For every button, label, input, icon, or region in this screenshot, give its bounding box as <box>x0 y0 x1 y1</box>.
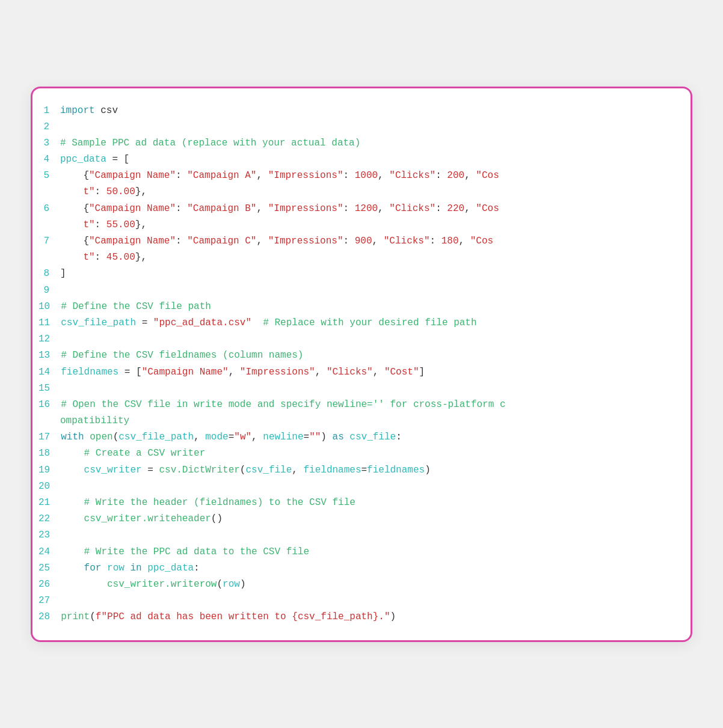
token-plain: { <box>60 236 89 246</box>
token-str: "Cost" <box>384 367 419 378</box>
token-str: f"PPC ad data has been written to {csv_f… <box>96 611 390 622</box>
token-str: t" <box>83 219 94 230</box>
token-plain: = <box>142 465 159 476</box>
line-content: csv_file_path = "ppc_ad_data.csv" # Repl… <box>61 315 678 331</box>
code-line: t": 50.00}, <box>38 184 678 200</box>
token-str: "Campaign C" <box>187 236 256 246</box>
line-content: print(f"PPC ad data has been written to … <box>61 609 678 625</box>
token-var: ppc_data <box>147 563 194 574</box>
line-content: # Define the CSV fieldnames (column name… <box>61 347 678 364</box>
token-str: "Cos <box>476 170 499 181</box>
token-plain: : <box>176 236 187 246</box>
line-number: 6 <box>38 201 60 217</box>
token-str: t" <box>83 186 94 197</box>
token-plain: , <box>464 203 476 214</box>
token-plain <box>344 432 350 442</box>
line-number: 8 <box>38 266 60 282</box>
line-content: import csv <box>60 103 678 119</box>
line-number: 12 <box>38 331 61 347</box>
token-plain: = <box>136 317 153 328</box>
token-comment: # Replace with your desired file path <box>263 317 476 328</box>
code-line: 4ppc_data = [ <box>38 151 678 168</box>
line-number: 2 <box>38 119 60 135</box>
token-str: t" <box>83 252 94 263</box>
line-content: t": 55.00}, <box>60 217 678 233</box>
token-plain: : <box>95 252 106 263</box>
token-plain: = <box>362 465 368 476</box>
token-kw: in <box>130 563 141 574</box>
token-plain: ) <box>321 432 332 442</box>
token-plain: () <box>211 513 223 524</box>
token-str: "Cos <box>470 236 493 246</box>
code-line: 18 # Create a CSV writer <box>38 445 678 462</box>
line-content: {"Campaign Name": "Campaign A", "Impress… <box>60 168 678 184</box>
token-str: "Clicks" <box>384 236 430 246</box>
token-var: ppc_data <box>60 154 106 165</box>
token-plain <box>61 579 107 590</box>
code-line: 22 csv_writer.writeheader() <box>38 511 678 527</box>
token-plain: : <box>396 432 402 442</box>
token-plain: = [ <box>118 367 141 378</box>
code-line: 28print(f"PPC ad data has been written t… <box>38 609 678 625</box>
line-content: t": 45.00}, <box>60 249 678 266</box>
token-plain: { <box>60 203 89 214</box>
line-content: csv_writer.writerow(row) <box>61 577 678 593</box>
code-line: 26 csv_writer.writerow(row) <box>38 577 678 593</box>
token-str: "Impressions" <box>268 236 343 246</box>
line-content: ppc_data = [ <box>60 151 678 168</box>
line-number: 18 <box>38 445 61 462</box>
code-line: 11csv_file_path = "ppc_ad_data.csv" # Re… <box>38 315 678 331</box>
line-content: for row in ppc_data: <box>61 560 678 577</box>
code-line: 17with open(csv_file_path, mode="w", new… <box>38 429 678 445</box>
token-str: "Impressions" <box>268 203 343 214</box>
token-plain <box>61 513 84 524</box>
token-plain: ) <box>240 579 246 590</box>
token-fn: open <box>90 432 112 442</box>
token-plain: , <box>372 236 384 246</box>
token-str: "Clicks" <box>327 367 373 378</box>
token-plain: , <box>464 170 476 181</box>
line-number: 17 <box>38 429 61 445</box>
token-num: 200 <box>447 170 464 181</box>
code-line: 7 {"Campaign Name": "Campaign C", "Impre… <box>38 233 678 249</box>
line-content: {"Campaign Name": "Campaign B", "Impress… <box>60 201 678 217</box>
token-param: newline <box>263 432 303 442</box>
token-num: 50.00 <box>106 186 135 197</box>
token-comment: ompatibility <box>60 415 129 426</box>
token-plain: ( <box>217 579 223 590</box>
token-num: 900 <box>355 236 372 246</box>
token-plain: ) <box>390 611 396 622</box>
token-str: "Clicks" <box>389 170 435 181</box>
line-number: 1 <box>38 103 60 119</box>
token-plain: : <box>176 170 187 181</box>
line-content: ] <box>60 266 678 282</box>
token-str: "Cos <box>476 203 499 214</box>
token-var: csv_writer <box>84 465 142 476</box>
token-plain: : <box>430 236 441 246</box>
code-line: 25 for row in ppc_data: <box>38 560 678 577</box>
token-plain: : <box>435 170 447 181</box>
token-num: 1200 <box>355 203 378 214</box>
line-number: 27 <box>38 593 61 609</box>
token-plain: , <box>194 432 205 442</box>
token-num: 55.00 <box>106 219 135 230</box>
token-kw: for <box>84 563 102 574</box>
line-content: csv_writer = csv.DictWriter(csv_file, fi… <box>61 462 678 479</box>
token-num: 220 <box>447 203 464 214</box>
token-plain: : <box>343 203 355 214</box>
token-var: row <box>223 579 240 590</box>
code-line: 27 <box>38 593 678 609</box>
token-plain: : <box>343 236 355 246</box>
token-comment: # Write the header (fieldnames) to the C… <box>84 497 355 508</box>
token-num: 45.00 <box>106 252 135 263</box>
token-var: fieldnames <box>367 465 425 476</box>
token-plain: ( <box>113 432 119 442</box>
token-str: "Impressions" <box>268 170 343 181</box>
token-plain: , <box>292 465 303 476</box>
code-line: t": 55.00}, <box>38 217 678 233</box>
token-comment: # Define the CSV fieldnames (column name… <box>61 350 303 361</box>
token-str: "Campaign A" <box>187 170 256 181</box>
token-plain: ) <box>425 465 431 476</box>
line-number: 16 <box>38 397 61 413</box>
token-comment: # Create a CSV writer <box>84 448 206 459</box>
